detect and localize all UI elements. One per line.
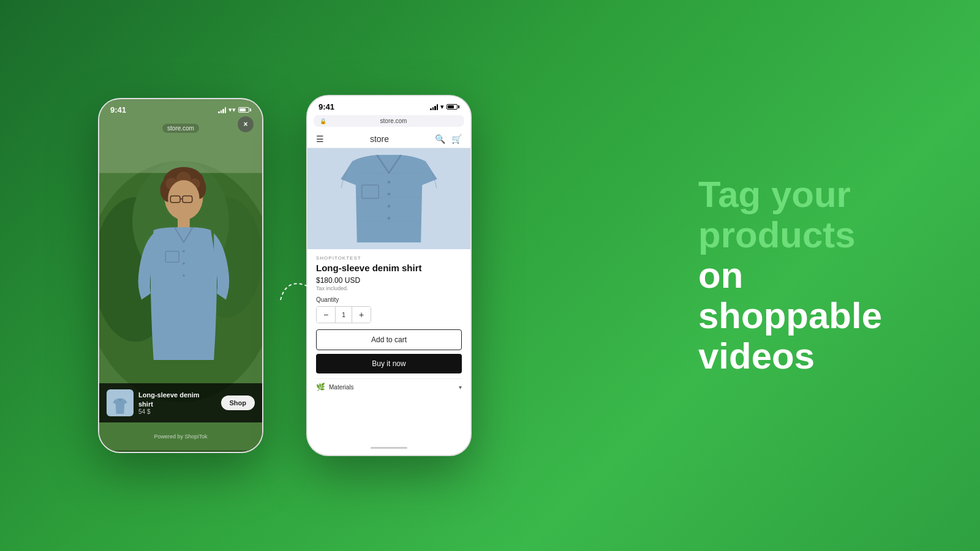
svg-marker-23 xyxy=(308,283,316,293)
right-wifi-icon: ▾ xyxy=(440,103,444,111)
bottom-bar-product-name: Long-sleeve denim shirt xyxy=(138,391,216,408)
lock-icon: 🔒 xyxy=(320,118,326,124)
tax-info: Tax included. xyxy=(316,285,462,291)
materials-row[interactable]: 🌿 Materials ▾ xyxy=(316,378,462,395)
right-phone: 9:41 ▾ 🔒 store.com ☰ xyxy=(306,95,472,456)
materials-left: 🌿 Materials xyxy=(316,383,354,391)
right-phone-url: store.com xyxy=(329,118,458,124)
store-navigation: ☰ store 🔍 🛒 xyxy=(307,130,470,148)
nav-icons: 🔍 🛒 xyxy=(435,134,462,144)
product-image-area xyxy=(307,148,470,249)
right-phone-url-bar: 🔒 store.com xyxy=(314,115,464,127)
signal-icon xyxy=(218,107,226,113)
tagline-line1: Tag your xyxy=(698,174,931,215)
bottom-bar-product-info: Long-sleeve denim shirt 54 $ xyxy=(138,391,216,415)
tagline-line2: products xyxy=(698,215,931,255)
bottom-bar-product-price: 54 $ xyxy=(138,408,216,415)
right-phone-time: 9:41 xyxy=(318,102,334,111)
battery-icon xyxy=(238,107,251,113)
svg-point-13 xyxy=(168,180,199,216)
right-phone-status-icons: ▾ xyxy=(430,103,459,111)
chevron-down-icon: ▾ xyxy=(459,384,462,391)
store-name-label: store xyxy=(370,134,389,144)
scene: 9:41 ▾▾ store.com × xyxy=(0,0,980,551)
product-bottom-bar[interactable]: Long-sleeve denim shirt 54 $ Shop xyxy=(99,383,262,422)
left-phone-time: 9:41 xyxy=(110,105,126,114)
quantity-plus-button[interactable]: + xyxy=(352,307,371,323)
quantity-control: − 1 + xyxy=(316,306,371,323)
svg-point-20 xyxy=(183,274,185,277)
brand-label: SHOPITOKTEST xyxy=(316,255,462,261)
quantity-value: 1 xyxy=(335,307,352,323)
left-phone-status-icons: ▾▾ xyxy=(218,106,251,114)
product-title: Long-sleeve denim shirt xyxy=(316,263,462,273)
search-icon[interactable]: 🔍 xyxy=(435,134,445,144)
left-phone-status-bar: 9:41 ▾▾ xyxy=(99,99,262,117)
powered-by-label: Powered by ShopiTok xyxy=(99,433,262,440)
svg-point-27 xyxy=(388,204,391,208)
buy-now-button[interactable]: Buy it now xyxy=(316,354,462,373)
quantity-label: Quantity xyxy=(316,296,462,303)
product-details-section: SHOPITOKTEST Long-sleeve denim shirt $18… xyxy=(307,249,470,401)
leaf-icon: 🌿 xyxy=(316,383,325,391)
left-phone: 9:41 ▾▾ store.com × xyxy=(98,98,263,453)
tagline-section: Tag your products on shoppable videos xyxy=(698,174,931,377)
cart-icon[interactable]: 🛒 xyxy=(451,134,462,144)
svg-point-25 xyxy=(388,181,391,184)
left-phone-url: store.com xyxy=(162,124,199,133)
add-to-cart-button[interactable]: Add to cart xyxy=(316,329,462,350)
svg-point-28 xyxy=(388,217,391,220)
scroll-indicator xyxy=(371,447,407,449)
svg-point-19 xyxy=(183,262,185,264)
product-price: $180.00 USD xyxy=(316,276,462,285)
right-phone-status-bar: 9:41 ▾ xyxy=(307,96,470,114)
product-thumbnail xyxy=(107,389,134,416)
materials-label: Materials xyxy=(329,384,354,391)
right-battery-icon xyxy=(447,104,459,110)
arrow-connector xyxy=(274,263,323,315)
close-button[interactable]: × xyxy=(238,116,254,132)
svg-point-26 xyxy=(388,193,391,196)
tagline-line3: on shoppable xyxy=(698,255,931,336)
menu-icon[interactable]: ☰ xyxy=(316,134,324,144)
wifi-icon: ▾▾ xyxy=(228,106,236,114)
tagline-line4: videos xyxy=(698,336,931,377)
right-signal-icon xyxy=(430,104,438,110)
shop-button[interactable]: Shop xyxy=(221,395,255,410)
svg-point-18 xyxy=(183,250,185,253)
